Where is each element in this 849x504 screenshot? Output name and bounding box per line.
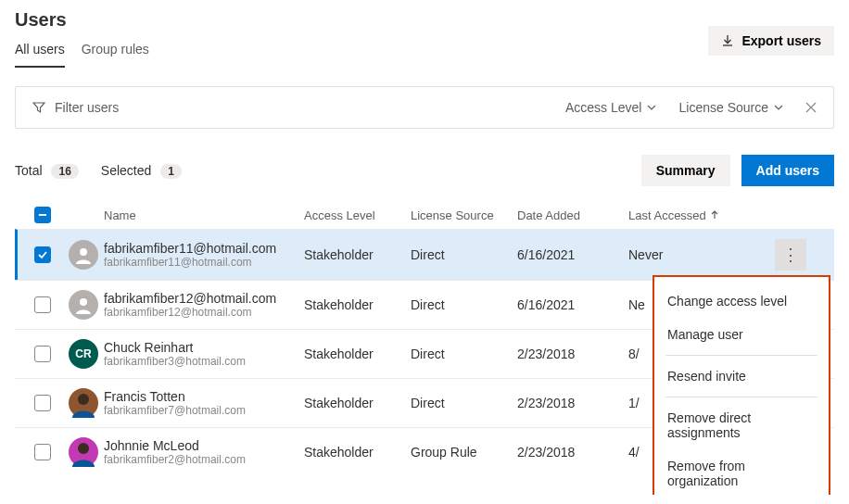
svg-point-3 [78,394,89,405]
license-source-dd-label: License Source [678,100,768,115]
user-email: fabrikamfiber3@hotmail.com [104,355,304,368]
user-name: Francis Totten [104,389,304,404]
user-email: fabrikamfiber12@hotmail.com [104,306,304,319]
col-header-name[interactable]: Name [104,208,304,222]
total-count-value: 16 [51,164,78,179]
table-row[interactable]: fabrikamfiber11@hotmail.comfabrikamfiber… [15,229,834,280]
cell-access-level: Stakeholder [304,247,411,262]
avatar [69,388,98,418]
download-icon [721,34,734,47]
svg-rect-0 [39,214,46,216]
row-context-menu: Change access level Manage user Resend i… [653,275,830,495]
user-name: fabrikamfiber11@hotmail.com [104,241,304,256]
col-header-access-level[interactable]: Access Level [304,208,411,222]
user-name: Chuck Reinhart [104,340,304,355]
select-all-checkbox[interactable] [34,207,51,223]
cell-date-added: 6/16/2021 [517,247,628,262]
col-header-last-accessed[interactable]: Last Accessed [628,208,767,222]
cell-access-level: Stakeholder [304,297,411,312]
user-name: Johnnie McLeod [104,438,304,453]
total-count: Total 16 [15,163,79,178]
avatar-photo [69,388,98,418]
avatar: CR [69,339,98,369]
cell-access-level: Stakeholder [304,346,411,361]
license-source-dropdown[interactable]: License Source [678,100,783,115]
summary-button[interactable]: Summary [641,155,730,186]
cell-license-source: Group Rule [411,445,517,460]
user-name: fabrikamfiber12@hotmail.com [104,291,304,306]
row-checkbox[interactable] [34,395,51,411]
avatar [69,240,98,270]
filter-bar: Filter users Access Level License Source [15,86,834,129]
avatar-initials: CR [75,347,91,360]
svg-point-1 [80,248,87,256]
cell-date-added: 2/23/2018 [517,445,628,460]
more-vertical-icon: ⋮ [782,246,799,263]
row-checkbox[interactable] [34,346,51,362]
cell-license-source: Direct [411,396,517,410]
person-icon [74,246,93,264]
cell-last-accessed: Never [628,247,767,262]
row-checkbox[interactable] [34,246,51,263]
user-email: fabrikamfiber7@hotmail.com [104,404,304,417]
user-email: fabrikamfiber11@hotmail.com [104,256,304,269]
sort-asc-icon [710,210,719,220]
avatar [69,437,98,467]
col-header-date-added[interactable]: Date Added [517,208,628,222]
row-more-actions-button[interactable]: ⋮ [775,239,806,271]
cell-license-source: Direct [411,346,517,361]
menu-remove-from-organization[interactable]: Remove from organization [654,449,829,495]
cell-date-added: 2/23/2018 [517,396,628,410]
tab-all-users[interactable]: All users [15,38,65,68]
cell-license-source: Direct [411,247,517,262]
clear-filter-icon[interactable] [805,102,817,113]
avatar-photo [69,437,98,467]
add-users-button[interactable]: Add users [741,155,834,186]
page-title: Users [15,9,149,31]
cell-license-source: Direct [411,297,517,312]
col-header-license-source[interactable]: License Source [411,208,517,222]
access-level-dd-label: Access Level [565,100,641,115]
row-checkbox[interactable] [34,296,51,313]
cell-access-level: Stakeholder [304,445,411,460]
svg-point-4 [78,443,89,454]
person-icon [74,296,93,314]
tab-group-rules[interactable]: Group rules [82,38,149,68]
chevron-down-icon [774,103,783,112]
export-users-button[interactable]: Export users [708,26,834,56]
selected-count-value: 1 [160,164,182,179]
export-users-label: Export users [741,33,821,48]
cell-date-added: 6/16/2021 [517,297,628,312]
filter-input[interactable]: Filter users [55,100,119,115]
menu-resend-invite[interactable]: Resend invite [654,359,829,393]
filter-icon [32,101,45,114]
row-checkbox[interactable] [34,444,51,460]
menu-remove-direct-assignments[interactable]: Remove direct assignments [654,401,829,449]
access-level-dropdown[interactable]: Access Level [565,100,656,115]
menu-change-access-level[interactable]: Change access level [654,284,829,318]
menu-manage-user[interactable]: Manage user [654,318,829,351]
avatar [69,290,98,320]
chevron-down-icon [647,103,656,112]
cell-date-added: 2/23/2018 [517,346,628,361]
user-email: fabrikamfiber2@hotmail.com [104,453,304,466]
selected-count: Selected 1 [101,163,182,178]
cell-access-level: Stakeholder [304,396,411,410]
svg-point-2 [80,298,87,306]
